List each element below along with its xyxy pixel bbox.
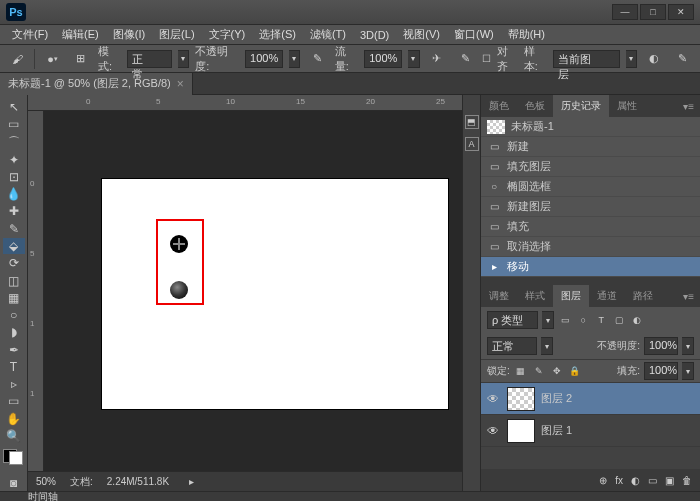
menu-help[interactable]: 帮助(H)	[502, 25, 551, 44]
stamp-tool[interactable]: ⬙	[3, 238, 25, 254]
hand-tool[interactable]: ✋	[3, 411, 25, 427]
wand-tool[interactable]: ✦	[3, 152, 25, 168]
trash-icon[interactable]: 🗑	[682, 475, 692, 486]
strip-icon[interactable]: ⬒	[465, 115, 479, 129]
pressure-size-icon[interactable]: ✎	[454, 49, 476, 69]
menu-3d[interactable]: 3D(D)	[354, 27, 395, 43]
zoom-display[interactable]: 50%	[36, 476, 56, 487]
marquee-tool[interactable]: ▭	[3, 116, 25, 132]
filter-icon[interactable]: ◐	[630, 313, 644, 327]
chevron-down-icon[interactable]: ▾	[178, 50, 189, 68]
layer-name[interactable]: 图层 1	[541, 423, 572, 438]
pressure-opacity-icon[interactable]: ✎	[306, 49, 328, 69]
history-row[interactable]: ▭填充	[481, 217, 700, 237]
crop-tool[interactable]: ⊡	[3, 169, 25, 185]
layer-row[interactable]: 👁 图层 1	[481, 415, 700, 447]
tab-styles[interactable]: 样式	[517, 285, 553, 307]
timeline-bar[interactable]: 时间轴	[0, 491, 700, 501]
canvas-viewport[interactable]	[44, 111, 462, 471]
menu-image[interactable]: 图像(I)	[107, 25, 151, 44]
tab-color[interactable]: 颜色	[481, 95, 517, 117]
blur-tool[interactable]: ○	[3, 307, 25, 323]
history-doc-row[interactable]: 未标题-1	[481, 117, 700, 137]
opacity-input[interactable]: 100%	[245, 50, 283, 68]
menu-edit[interactable]: 编辑(E)	[56, 25, 105, 44]
panel-menu-icon[interactable]: ▾≡	[677, 291, 700, 302]
menu-file[interactable]: 文件(F)	[6, 25, 54, 44]
tab-properties[interactable]: 属性	[609, 95, 645, 117]
mask-icon[interactable]: ◐	[631, 475, 640, 486]
tool-preset-icon[interactable]: 🖌	[6, 49, 28, 69]
document-tab[interactable]: 未标题-1 @ 50% (图层 2, RGB/8) ×	[0, 73, 193, 95]
fill-input[interactable]: 100%	[644, 362, 678, 380]
lock-all-icon[interactable]: 🔒	[568, 364, 582, 378]
layer-thumb[interactable]	[507, 387, 535, 411]
chevron-down-icon[interactable]: ▾	[289, 50, 300, 68]
tab-swatches[interactable]: 色板	[517, 95, 553, 117]
lock-transparency-icon[interactable]: ▦	[514, 364, 528, 378]
sample-select[interactable]: 当前图层	[553, 50, 620, 68]
tab-paths[interactable]: 路径	[625, 285, 661, 307]
layer-name[interactable]: 图层 2	[541, 391, 572, 406]
history-row[interactable]: ▭新建	[481, 137, 700, 157]
visibility-icon[interactable]: 👁	[485, 424, 501, 438]
filter-icon[interactable]: ○	[576, 313, 590, 327]
maximize-button[interactable]: □	[640, 4, 666, 20]
brush-panel-icon[interactable]: ⊞	[70, 49, 92, 69]
menu-layer[interactable]: 图层(L)	[153, 25, 200, 44]
menu-filter[interactable]: 滤镜(T)	[304, 25, 352, 44]
lock-position-icon[interactable]: ✥	[550, 364, 564, 378]
brush-tool[interactable]: ✎	[3, 221, 25, 237]
minimize-button[interactable]: —	[612, 4, 638, 20]
menu-window[interactable]: 窗口(W)	[448, 25, 500, 44]
chevron-down-icon[interactable]: ▾	[626, 50, 637, 68]
heal-tool[interactable]: ✚	[3, 203, 25, 219]
layer-opacity-input[interactable]: 100%	[644, 337, 678, 355]
eraser-tool[interactable]: ◫	[3, 272, 25, 288]
history-row[interactable]: ○椭圆选框	[481, 177, 700, 197]
history-row[interactable]: ▸移动	[481, 257, 700, 277]
gradient-tool[interactable]: ▦	[3, 290, 25, 306]
menu-select[interactable]: 选择(S)	[253, 25, 302, 44]
panel-menu-icon[interactable]: ▾≡	[677, 101, 700, 112]
background-swatch[interactable]	[9, 451, 23, 465]
menu-type[interactable]: 文字(Y)	[203, 25, 252, 44]
layer-thumb[interactable]	[507, 419, 535, 443]
fx-icon[interactable]: fx	[615, 475, 623, 486]
dodge-tool[interactable]: ◗	[3, 324, 25, 340]
new-layer-icon[interactable]: ▣	[665, 475, 674, 486]
close-button[interactable]: ✕	[668, 4, 694, 20]
layer-kind-select[interactable]: ρ 类型	[487, 311, 538, 329]
pen-tool[interactable]: ✒	[3, 341, 25, 357]
eyedropper-tool[interactable]: 💧	[3, 186, 25, 202]
tab-history[interactable]: 历史记录	[553, 95, 609, 117]
brush-preset-icon[interactable]: ●▾	[41, 49, 63, 69]
visibility-icon[interactable]: 👁	[485, 392, 501, 406]
zoom-tool[interactable]: 🔍	[3, 428, 25, 444]
quickmask-tool[interactable]: ◙	[3, 475, 25, 491]
filter-icon[interactable]: ▭	[558, 313, 572, 327]
chevron-down-icon[interactable]: ▾	[408, 50, 419, 68]
flow-input[interactable]: 100%	[364, 50, 402, 68]
filter-icon[interactable]: ▢	[612, 313, 626, 327]
pressure-icon[interactable]: ✎	[672, 49, 694, 69]
move-tool[interactable]: ↖	[3, 99, 25, 115]
color-swatches[interactable]	[3, 445, 25, 464]
lock-paint-icon[interactable]: ✎	[532, 364, 546, 378]
shape-tool[interactable]: ▭	[3, 393, 25, 409]
link-layers-icon[interactable]: ⊕	[599, 475, 607, 486]
filter-icon[interactable]: T	[594, 313, 608, 327]
layer-row[interactable]: 👁 图层 2	[481, 383, 700, 415]
history-row[interactable]: ▭填充图层	[481, 157, 700, 177]
lasso-tool[interactable]: ⌒	[3, 134, 25, 151]
tab-channels[interactable]: 通道	[589, 285, 625, 307]
type-tool[interactable]: T	[3, 359, 25, 375]
path-tool[interactable]: ▹	[3, 376, 25, 392]
mode-select[interactable]: 正常	[127, 50, 172, 68]
adjustment-icon[interactable]: ▭	[648, 475, 657, 486]
history-brush-tool[interactable]: ⟳	[3, 255, 25, 271]
airbrush-icon[interactable]: ✈	[426, 49, 448, 69]
history-row[interactable]: ▭新建图层	[481, 197, 700, 217]
history-row[interactable]: ▭取消选择	[481, 237, 700, 257]
blend-mode-select[interactable]: 正常	[487, 337, 537, 355]
